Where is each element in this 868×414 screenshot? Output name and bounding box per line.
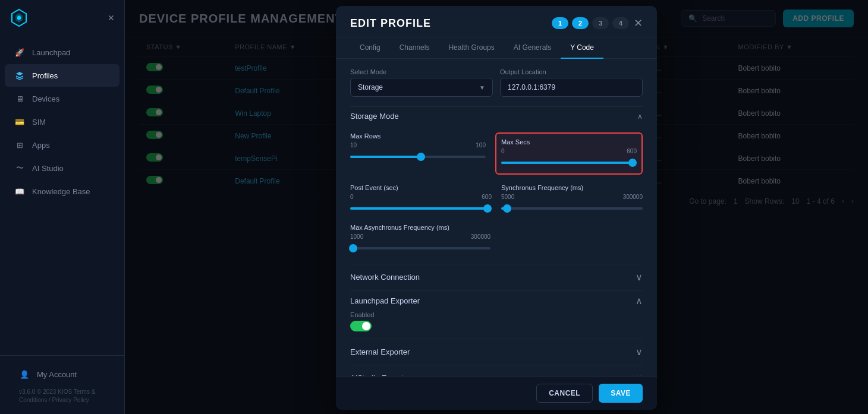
sidebar-item-ai-studio[interactable]: 〜 AI Studio (5, 157, 119, 179)
tab-config[interactable]: Config (350, 37, 390, 59)
output-location-input[interactable]: 127.0.0.1:6379 (500, 78, 643, 97)
post-event-max: 600 (482, 194, 492, 200)
output-location-field: Output Location 127.0.0.1:6379 (500, 68, 643, 97)
external-exporter-title: External Exporter (350, 347, 410, 356)
max-async-freq-track[interactable] (350, 247, 490, 249)
slider-group-3: Max Asynchronus Frequency (ms) 1000 3000… (350, 224, 643, 254)
version-text: v3.6.0 © 2023 KIOS Terms & Conditions / … (10, 385, 115, 407)
edit-profile-modal: EDIT PROFILE 1 2 3 4 ✕ Config Channels H… (336, 6, 657, 410)
external-chevron-icon: ∨ (636, 346, 643, 358)
sync-freq-min: 5000 (501, 194, 514, 200)
rocket-icon: 🚀 (14, 47, 25, 58)
app-logo (10, 8, 29, 27)
max-rows-range: 10 100 (350, 142, 486, 148)
my-account-label: My Account (37, 370, 77, 379)
form-row-top: Select Mode Storage ▼ Output Location 12… (350, 68, 643, 97)
launchpad-exporter-title: Launchpad Exporter (350, 296, 420, 305)
step-indicators: 1 2 3 4 (552, 17, 629, 29)
sidebar-close-icon[interactable]: ✕ (108, 13, 115, 23)
post-event-slider: Post Event (sec) 0 600 (350, 184, 492, 214)
step-1[interactable]: 1 (552, 17, 568, 29)
sim-icon: 💳 (14, 116, 25, 127)
modal-header: EDIT PROFILE 1 2 3 4 ✕ (336, 6, 657, 37)
max-async-freq-slider: Max Asynchronus Frequency (ms) 1000 3000… (350, 224, 490, 254)
enabled-label: Enabled (350, 311, 643, 318)
max-async-freq-min: 1000 (350, 233, 363, 240)
max-secs-min: 0 (501, 148, 505, 154)
storage-mode-section-header[interactable]: Storage Mode ∧ (350, 106, 643, 125)
tab-y-code[interactable]: Y Code (561, 37, 603, 59)
modal-body: Select Mode Storage ▼ Output Location 12… (336, 59, 657, 376)
max-rows-max: 100 (476, 142, 486, 148)
sidebar-item-label: AI Studio (32, 164, 64, 173)
launchpad-chevron-icon: ∧ (636, 295, 643, 306)
max-secs-track[interactable] (501, 162, 637, 164)
post-event-range: 0 600 (350, 194, 492, 200)
layers-icon (14, 70, 25, 81)
max-rows-slider: Max Rows 10 100 (350, 132, 486, 175)
main-content: DEVICE PROFILE MANAGEMENT 🔍 Search ADD P… (125, 0, 868, 414)
sidebar-item-devices[interactable]: 🖥 Devices (5, 87, 119, 110)
slider-group-1: Max Rows 10 100 Max Secs (350, 132, 643, 175)
step-2[interactable]: 2 (572, 17, 589, 29)
select-mode-value: Storage (358, 83, 383, 91)
monitor-icon: 🖥 (14, 93, 25, 104)
logo-area: ✕ (0, 0, 124, 36)
select-mode-input[interactable]: Storage ▼ (350, 78, 493, 97)
max-async-freq-range: 1000 300000 (350, 233, 490, 240)
max-rows-track[interactable] (350, 156, 486, 158)
account-icon: 👤 (19, 369, 30, 380)
slider-group-2: Post Event (sec) 0 600 Synchronus Freque… (350, 184, 643, 214)
modal-footer: CANCEL SAVE (336, 376, 657, 410)
storage-mode-chevron-icon: ∧ (637, 112, 643, 121)
grid-icon: ⊞ (14, 140, 25, 150)
max-rows-min: 10 (350, 142, 357, 148)
sidebar-item-label: Launchpad (32, 48, 70, 57)
sidebar-item-apps[interactable]: ⊞ Apps (5, 134, 119, 156)
step-3[interactable]: 3 (592, 17, 609, 29)
step-4[interactable]: 4 (612, 17, 629, 29)
launchpad-exporter-header[interactable]: Launchpad Exporter ∧ (350, 295, 643, 306)
sync-freq-label: Synchronus Frequency (ms) (501, 184, 643, 191)
max-secs-range: 0 600 (501, 148, 637, 154)
sync-freq-range: 5000 300000 (501, 194, 643, 200)
launchpad-exporter-section: Launchpad Exporter ∧ Enabled (350, 290, 643, 339)
sidebar-nav: 🚀 Launchpad Profiles 🖥 Devices 💳 SIM ⊞ A… (0, 36, 124, 355)
max-async-freq-max: 300000 (471, 233, 490, 240)
select-mode-label: Select Mode (350, 68, 493, 75)
save-button[interactable]: SAVE (599, 384, 643, 403)
network-connection-title: Network Connection (350, 273, 420, 282)
sidebar-item-sim[interactable]: 💳 SIM (5, 110, 119, 133)
sidebar-item-knowledge-base[interactable]: 📖 Knowledge Base (5, 180, 119, 203)
sidebar-item-label: Devices (32, 94, 59, 103)
external-exporter-section[interactable]: External Exporter ∨ (350, 339, 643, 365)
sidebar-bottom: 👤 My Account v3.6.0 © 2023 KIOS Terms & … (0, 355, 124, 414)
sidebar-item-label: Profiles (32, 71, 58, 80)
sidebar-item-my-account[interactable]: 👤 My Account (10, 363, 115, 385)
sync-freq-track[interactable] (501, 207, 643, 210)
sidebar-item-launchpad[interactable]: 🚀 Launchpad (5, 41, 119, 64)
sidebar-item-profiles[interactable]: Profiles (5, 64, 119, 87)
post-event-min: 0 (350, 194, 354, 200)
network-connection-section[interactable]: Network Connection ∨ (350, 264, 643, 290)
tab-ai-generals[interactable]: AI Generals (504, 37, 561, 59)
ai-studio-exporter-section[interactable]: AIStudio Exporter ∨ (350, 365, 643, 376)
post-event-track[interactable] (350, 207, 492, 210)
modal-close-icon[interactable]: ✕ (634, 17, 643, 30)
tab-health-groups[interactable]: Health Groups (439, 37, 504, 59)
output-location-value: 127.0.0.1:6379 (508, 83, 555, 91)
modal-title: EDIT PROFILE (350, 17, 431, 30)
launchpad-enabled-toggle[interactable] (350, 321, 372, 331)
max-secs-slider: Max Secs 0 600 (495, 132, 643, 175)
max-secs-max: 600 (627, 148, 637, 154)
max-rows-label: Max Rows (350, 132, 486, 140)
activity-icon: 〜 (14, 163, 25, 173)
launchpad-exporter-content: Enabled (350, 311, 643, 331)
network-chevron-icon: ∨ (636, 271, 643, 283)
cancel-button[interactable]: CANCEL (536, 384, 593, 403)
sidebar-item-label: Knowledge Base (32, 187, 90, 196)
sidebar-item-label: Apps (32, 141, 50, 150)
post-event-label: Post Event (sec) (350, 184, 492, 191)
output-location-label: Output Location (500, 68, 643, 75)
tab-channels[interactable]: Channels (390, 37, 439, 59)
